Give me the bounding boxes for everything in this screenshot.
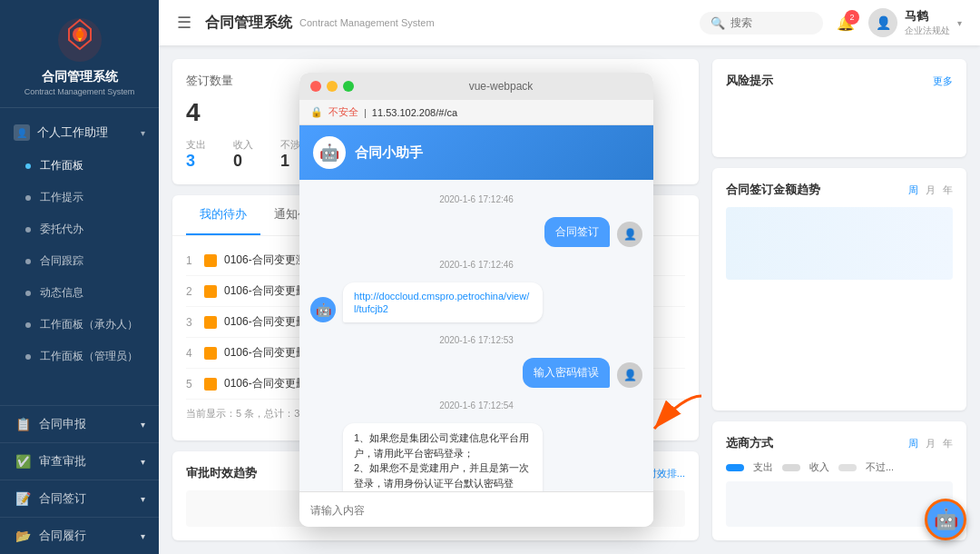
sidebar-item-label: 合同申报 xyxy=(39,416,86,432)
chevron-down-icon: ▾ xyxy=(141,128,145,138)
person-icon: 👤 xyxy=(14,124,30,141)
msg-row-right: 输入密码错误 👤 xyxy=(310,358,642,388)
sidebar-item-sign[interactable]: 📝 合同签订 ▾ xyxy=(0,480,159,517)
url-insecure-label: 不安全 xyxy=(328,105,358,119)
sidebar-item-contract-track[interactable]: 合同跟踪 xyxy=(0,245,159,277)
bullet-icon xyxy=(25,291,31,296)
chat-title: 合同小助手 xyxy=(355,144,423,162)
user-name: 马鹤 xyxy=(905,8,950,25)
sidebar-item-work-panel[interactable]: 工作面板 xyxy=(0,150,159,182)
sidebar-item-label: 合同跟踪 xyxy=(40,253,83,269)
fulfill-icon: 📂 xyxy=(14,527,32,545)
chat-header: 🤖 合同小助手 xyxy=(299,125,653,180)
msg-row-left: 🤖 http://doccloud.cmspro.petrochina/view… xyxy=(310,282,642,322)
chat-bubble-button[interactable]: 🤖 xyxy=(925,499,966,540)
sign-icon: 📝 xyxy=(14,490,32,508)
logo-subtitle: Contract Management System xyxy=(24,87,135,96)
bullet-icon xyxy=(25,354,31,360)
sidebar-item-label: 工作面板（承办人） xyxy=(40,317,138,332)
search-icon: 🔍 xyxy=(710,16,725,30)
sidebar-item-handler[interactable]: 工作面板（承办人） xyxy=(0,309,159,341)
sidebar-item-label: 工作面板（管理员） xyxy=(40,349,138,364)
minimize-btn[interactable] xyxy=(327,81,338,92)
popup-overlay: vue-webpack 🔒 不安全 | 11.53.102.208/#/ca 🤖… xyxy=(159,45,980,554)
bullet-icon xyxy=(25,259,31,264)
header-title: 合同管理系统 xyxy=(205,14,292,33)
chat-bot-avatar: 🤖 xyxy=(313,136,346,169)
user-msg-avatar: 👤 xyxy=(617,362,642,388)
msg-link[interactable]: http://doccloud.cmspro.petrochina/view/l… xyxy=(354,291,529,314)
content-area: 签订数量 4 支出 3 收入 0 不涉及 1 xyxy=(159,45,980,554)
notification-bell[interactable]: 🔔 2 xyxy=(837,15,855,32)
chat-area: 🤖 合同小助手 2020-1-6 17:12:46 合同签订 👤 2020-1-… xyxy=(299,125,653,527)
msg-bubble: 合同签订 xyxy=(544,217,610,247)
sidebar-group-personal[interactable]: 👤 个人工作助理 ▾ xyxy=(0,115,159,150)
bullet-icon xyxy=(25,163,31,169)
sidebar-item-admin[interactable]: 工作面板（管理员） xyxy=(0,341,159,372)
sidebar-item-label: 合同签订 xyxy=(39,490,86,507)
chevron-icon: ▾ xyxy=(141,457,145,467)
sidebar-item-review[interactable]: ✅ 审查审批 ▾ xyxy=(0,442,159,480)
header-subtitle: Contract Management System xyxy=(299,17,435,28)
chat-messages[interactable]: 2020-1-6 17:12:46 合同签订 👤 2020-1-6 17:12:… xyxy=(299,180,653,491)
msg-bubble: 输入密码错误 xyxy=(523,358,610,388)
menu-icon[interactable]: ☰ xyxy=(177,13,191,33)
bullet-icon xyxy=(25,227,31,232)
sidebar-item-work-hint[interactable]: 工作提示 xyxy=(0,182,159,213)
msg-row-left: 🤖 1、如果您是集团公司党建信息化平台用户，请用此平台密码登录； 2、如果您不是… xyxy=(310,423,642,491)
search-input[interactable] xyxy=(730,16,812,29)
header: ☰ 合同管理系统 Contract Management System 🔍 🔔 … xyxy=(159,0,980,45)
main-area: ☰ 合同管理系统 Contract Management System 🔍 🔔 … xyxy=(159,0,980,554)
chevron-icon: ▾ xyxy=(141,531,145,541)
header-right: 🔍 🔔 2 👤 马鹤 企业法规处 ▾ xyxy=(700,8,962,37)
sidebar: 合同管理系统 Contract Management System 👤 个人工作… xyxy=(0,0,159,554)
close-btn[interactable] xyxy=(310,81,321,92)
msg-time: 2020-1-6 17:12:46 xyxy=(310,194,642,204)
msg-bubble-link: http://doccloud.cmspro.petrochina/view/l… xyxy=(343,282,543,322)
sidebar-item-label: 审查审批 xyxy=(39,453,86,470)
user-info: 马鹤 企业法规处 xyxy=(905,8,950,37)
sidebar-item-label: 合同履行 xyxy=(39,528,86,544)
maximize-btn[interactable] xyxy=(343,81,354,92)
chevron-icon: ▾ xyxy=(141,420,145,430)
user-area[interactable]: 👤 马鹤 企业法规处 ▾ xyxy=(868,8,962,37)
sidebar-item-label: 动态信息 xyxy=(40,285,83,301)
msg-bubble-long: 1、如果您是集团公司党建信息化平台用户，请用此平台密码登录； 2、如果您不是党建… xyxy=(343,423,543,491)
chevron-icon: ▾ xyxy=(141,494,145,504)
sidebar-item-entrust[interactable]: 委托代办 xyxy=(0,213,159,245)
url-separator: | xyxy=(364,107,367,118)
notification-badge: 2 xyxy=(845,10,859,25)
url-address[interactable]: 11.53.102.208/#/ca xyxy=(372,107,457,118)
sidebar-item-fulfill[interactable]: 📂 合同履行 ▾ xyxy=(0,517,159,554)
popup-title: vue-webpack xyxy=(359,80,642,93)
logo-icon xyxy=(56,16,103,64)
bullet-icon xyxy=(25,195,31,201)
bot-msg-avatar: 🤖 xyxy=(310,297,336,322)
sidebar-item-dynamic[interactable]: 动态信息 xyxy=(0,277,159,309)
user-role: 企业法规处 xyxy=(905,25,950,37)
user-dropdown-icon: ▾ xyxy=(957,18,962,28)
logo-area: 合同管理系统 Contract Management System xyxy=(0,0,159,108)
popup-urlbar: 🔒 不安全 | 11.53.102.208/#/ca xyxy=(299,100,653,125)
sidebar-item-label: 委托代办 xyxy=(40,222,83,237)
sidebar-item-label: 工作面板 xyxy=(40,158,83,173)
user-msg-avatar: 👤 xyxy=(617,222,642,247)
sidebar-item-contract-declare[interactable]: 📋 合同申报 ▾ xyxy=(0,405,159,442)
msg-row-right: 合同签订 👤 xyxy=(310,217,642,247)
sidebar-personal-section: 👤 个人工作助理 ▾ 工作面板 工作提示 委托代办 合同跟踪 动态信息 工作面板… xyxy=(0,108,159,380)
search-box[interactable]: 🔍 xyxy=(700,12,823,35)
chat-input-area[interactable] xyxy=(299,491,653,527)
msg-time: 2020-1-6 17:12:54 xyxy=(310,401,642,411)
logo-title: 合同管理系统 xyxy=(42,69,118,85)
review-icon: ✅ xyxy=(14,452,32,470)
sidebar-group-label: 个人工作助理 xyxy=(37,124,108,141)
lock-icon: 🔒 xyxy=(310,106,323,118)
svg-point-5 xyxy=(76,31,83,38)
sidebar-item-label: 工作提示 xyxy=(40,190,83,205)
contract-declare-icon: 📋 xyxy=(14,415,32,433)
popup-window: vue-webpack 🔒 不安全 | 11.53.102.208/#/ca 🤖… xyxy=(299,73,653,527)
msg-time: 2020-1-6 17:12:46 xyxy=(310,260,642,270)
avatar: 👤 xyxy=(868,8,897,37)
bullet-icon xyxy=(25,322,31,328)
chat-input[interactable] xyxy=(310,504,642,517)
